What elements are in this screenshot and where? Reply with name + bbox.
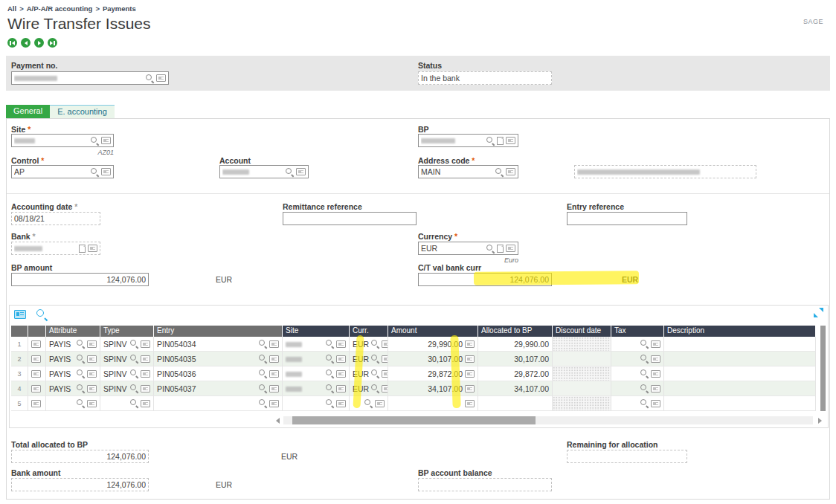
description-cell[interactable] — [664, 337, 816, 352]
detail-card-icon[interactable] — [269, 340, 279, 348]
grid-vertical-scrollbar[interactable] — [820, 326, 826, 411]
detail-card-icon[interactable] — [336, 370, 346, 378]
detail-card-icon[interactable] — [269, 385, 279, 392]
entry-reference-field[interactable] — [567, 212, 687, 225]
search-icon[interactable] — [130, 384, 138, 392]
header-entry[interactable]: Entry — [154, 326, 283, 337]
header-allocated[interactable]: Allocated to BP — [478, 326, 553, 337]
detail-card-icon[interactable] — [382, 385, 388, 392]
header-tax[interactable]: Tax — [611, 326, 664, 337]
grid-expand-icon[interactable] — [814, 308, 823, 317]
curr-cell[interactable]: EUR — [353, 369, 369, 378]
search-icon[interactable] — [326, 355, 334, 363]
search-icon[interactable] — [130, 340, 138, 348]
search-icon[interactable] — [640, 369, 649, 378]
search-icon[interactable] — [77, 355, 85, 363]
search-icon[interactable] — [130, 355, 138, 363]
next-record-button[interactable] — [34, 38, 44, 48]
search-icon[interactable] — [91, 137, 99, 145]
detail-card-icon[interactable] — [465, 340, 475, 348]
detail-card-icon[interactable] — [87, 400, 97, 407]
detail-card-icon[interactable] — [375, 400, 385, 407]
amount-cell[interactable]: 34,107.00 — [391, 384, 463, 393]
control-field[interactable]: AP — [11, 165, 114, 178]
description-cell[interactable] — [664, 352, 816, 366]
search-icon[interactable] — [364, 399, 373, 407]
breadcrumb-payments[interactable]: Payments — [103, 4, 136, 13]
detail-card-icon[interactable] — [101, 168, 111, 175]
tab-general[interactable]: General — [6, 105, 50, 118]
scroll-right-arrow[interactable] — [818, 418, 822, 424]
scroll-left-arrow[interactable] — [276, 418, 280, 424]
previous-record-button[interactable] — [21, 38, 30, 48]
search-icon[interactable] — [640, 340, 649, 348]
allocated-cell[interactable]: 30,107.00 — [481, 355, 549, 364]
grid-card-view-icon[interactable] — [14, 310, 26, 319]
detail-card-icon[interactable] — [465, 370, 475, 378]
detail-card-icon[interactable] — [87, 355, 97, 363]
row-actions-icon[interactable] — [31, 355, 41, 363]
search-icon[interactable] — [371, 340, 379, 348]
attribute-cell[interactable]: PAYIS — [49, 384, 74, 393]
search-icon[interactable] — [640, 355, 649, 363]
detail-card-icon[interactable] — [382, 355, 388, 363]
curr-cell[interactable]: EUR — [353, 384, 369, 393]
search-icon[interactable] — [640, 399, 649, 407]
detail-card-icon[interactable] — [156, 74, 166, 82]
header-attribute[interactable]: Attribute — [46, 326, 100, 337]
detail-card-icon[interactable] — [269, 355, 279, 363]
description-cell[interactable] — [664, 381, 816, 396]
search-icon[interactable] — [77, 384, 85, 392]
detail-card-icon[interactable] — [651, 400, 660, 407]
detail-card-icon[interactable] — [465, 355, 475, 363]
header-discount-date[interactable]: Discount date — [553, 326, 611, 337]
search-icon[interactable] — [259, 369, 267, 378]
document-icon[interactable] — [79, 245, 86, 253]
attribute-cell[interactable]: PAYIS — [49, 355, 74, 364]
site-cell-redacted[interactable] — [286, 340, 324, 349]
search-icon[interactable] — [77, 340, 85, 348]
row-actions-icon[interactable] — [31, 385, 41, 392]
detail-card-icon[interactable] — [141, 400, 150, 407]
detail-card-icon[interactable] — [465, 385, 475, 392]
detail-card-icon[interactable] — [88, 245, 97, 252]
header-amount[interactable]: Amount — [388, 326, 478, 337]
search-icon[interactable] — [495, 168, 504, 176]
payment-no-field[interactable] — [11, 71, 169, 85]
detail-card-icon[interactable] — [87, 340, 97, 348]
search-icon[interactable] — [326, 369, 334, 378]
search-icon[interactable] — [77, 369, 85, 378]
detail-card-icon[interactable] — [269, 370, 279, 378]
search-icon[interactable] — [130, 369, 138, 378]
detail-card-icon[interactable] — [336, 355, 346, 363]
curr-cell[interactable]: EUR — [353, 340, 369, 349]
amount-cell[interactable]: 29,872.00 — [391, 369, 463, 378]
account-field[interactable] — [219, 165, 309, 178]
breadcrumb-all[interactable]: All — [7, 4, 16, 13]
site-cell-redacted[interactable] — [286, 384, 324, 393]
type-cell[interactable]: SPINV — [103, 340, 128, 349]
detail-card-icon[interactable] — [336, 340, 346, 348]
search-icon[interactable] — [326, 399, 334, 407]
grid-search-icon[interactable] — [36, 309, 47, 320]
detail-card-icon[interactable] — [506, 137, 515, 144]
type-cell[interactable]: SPINV — [103, 384, 128, 393]
search-icon[interactable] — [326, 384, 334, 392]
document-icon[interactable] — [497, 137, 504, 145]
detail-card-icon[interactable] — [382, 340, 388, 348]
detail-card-icon[interactable] — [296, 168, 306, 175]
search-icon[interactable] — [486, 137, 495, 145]
search-icon[interactable] — [371, 384, 379, 392]
header-site[interactable]: Site — [283, 326, 350, 337]
header-type[interactable]: Type — [100, 326, 154, 337]
detail-card-icon[interactable] — [506, 168, 515, 175]
address-code-field[interactable]: MAIN — [418, 165, 518, 178]
detail-card-icon[interactable] — [87, 385, 97, 392]
type-cell[interactable]: SPINV — [103, 355, 128, 364]
search-icon[interactable] — [259, 355, 267, 363]
currency-field[interactable]: EUR — [418, 242, 518, 255]
entry-cell[interactable]: PIN054035 — [157, 355, 257, 364]
allocated-cell[interactable]: 29,990.00 — [481, 340, 549, 349]
description-cell[interactable] — [664, 366, 816, 381]
search-icon[interactable] — [486, 245, 495, 253]
